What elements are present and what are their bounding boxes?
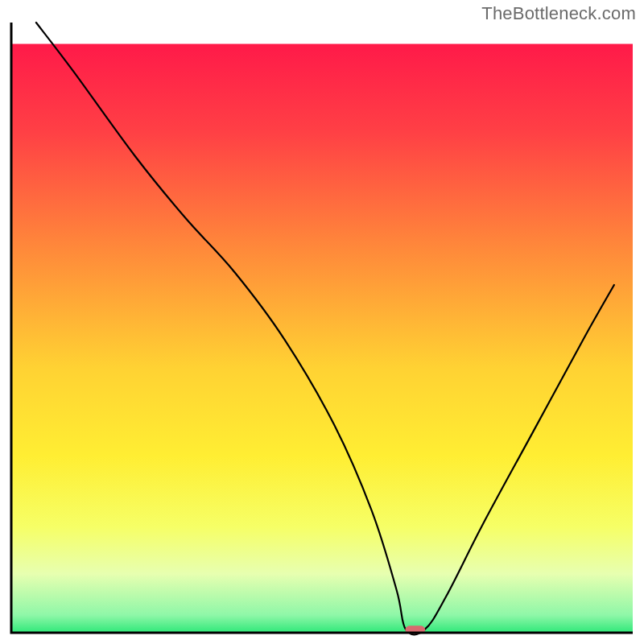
watermark-text: TheBottleneck.com <box>481 3 636 24</box>
chart-background <box>11 44 633 633</box>
bottleneck-chart: TheBottleneck.com <box>0 0 644 644</box>
chart-svg <box>0 0 644 644</box>
